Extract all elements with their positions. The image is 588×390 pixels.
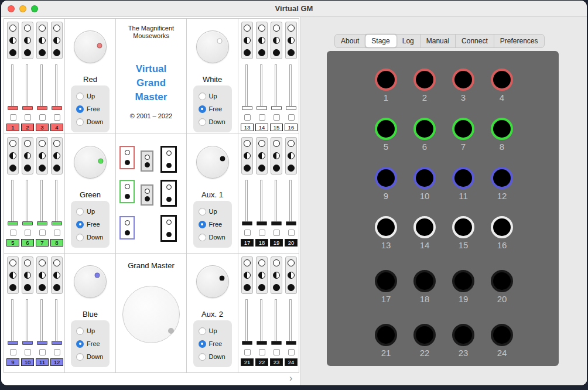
channel-switch-mid[interactable] — [288, 152, 295, 159]
channel-fader[interactable] — [7, 299, 19, 345]
channel-switch-mid[interactable] — [39, 272, 46, 279]
black-assign-switch-2[interactable] — [160, 180, 177, 207]
channel-switch-mid[interactable] — [258, 152, 265, 159]
gray-assign-switch-1[interactable] — [141, 150, 153, 172]
radio-up[interactable] — [76, 208, 84, 215]
channel-switch-up[interactable] — [244, 140, 251, 147]
red-knob[interactable] — [74, 30, 107, 63]
channel-fader[interactable] — [271, 180, 282, 225]
channel-fader[interactable] — [271, 64, 282, 110]
tab-manual[interactable]: Manual — [421, 35, 456, 47]
channel-switch-mid[interactable] — [273, 272, 280, 279]
tab-preferences[interactable]: Preferences — [494, 35, 544, 47]
fader-thumb[interactable] — [271, 221, 282, 225]
radio-option-down[interactable]: Down — [76, 115, 110, 128]
radio-option-free[interactable]: Free — [76, 218, 110, 231]
radio-option-down[interactable]: Down — [76, 231, 110, 244]
grand-master-knob[interactable] — [122, 286, 180, 343]
radio-option-up[interactable]: Up — [76, 90, 110, 102]
channel-checkbox[interactable] — [10, 114, 16, 121]
radio-up[interactable] — [76, 327, 84, 335]
channel-switch-down[interactable] — [288, 284, 295, 291]
channel-fader[interactable] — [241, 180, 253, 225]
channel-switch-mid[interactable] — [53, 272, 60, 279]
fader-thumb[interactable] — [8, 106, 18, 110]
channel-switch-down[interactable] — [39, 284, 46, 291]
channel-fader[interactable] — [51, 299, 63, 345]
radio-option-up[interactable]: Up — [76, 324, 110, 337]
fader-thumb[interactable] — [52, 106, 62, 110]
channel-switch-down[interactable] — [258, 165, 265, 172]
radio-up[interactable] — [76, 93, 84, 100]
channel-checkbox[interactable] — [54, 349, 60, 355]
channel-fader[interactable] — [285, 64, 297, 110]
channel-switch-down[interactable] — [9, 49, 16, 56]
channel-fader[interactable] — [51, 180, 63, 225]
fader-thumb[interactable] — [52, 221, 62, 225]
radio-option-down[interactable]: Down — [199, 231, 232, 244]
radio-up[interactable] — [199, 208, 206, 215]
red-assign-switch[interactable] — [119, 146, 135, 169]
channel-switch-mid[interactable] — [244, 152, 251, 159]
channel-fader[interactable] — [241, 299, 253, 345]
fader-thumb[interactable] — [257, 341, 267, 345]
fader-thumb[interactable] — [271, 106, 282, 110]
channel-switch-up[interactable] — [24, 25, 31, 32]
channel-fader[interactable] — [36, 64, 48, 110]
radio-option-down[interactable]: Down — [76, 350, 110, 363]
channel-switch-up[interactable] — [39, 25, 46, 32]
channel-switch-up[interactable] — [288, 259, 295, 266]
radio-free[interactable] — [76, 105, 84, 113]
tab-connect[interactable]: Connect — [456, 35, 494, 47]
channel-checkbox[interactable] — [288, 230, 295, 236]
radio-option-free[interactable]: Free — [199, 337, 232, 350]
radio-free[interactable] — [199, 105, 206, 113]
radio-down[interactable] — [199, 353, 206, 361]
close-button[interactable] — [8, 5, 15, 12]
tab-about[interactable]: About — [335, 35, 365, 47]
channel-fader[interactable] — [256, 299, 268, 345]
channel-switch-mid[interactable] — [39, 37, 46, 44]
fader-thumb[interactable] — [286, 341, 296, 345]
channel-switch-up[interactable] — [9, 140, 16, 147]
fader-thumb[interactable] — [286, 106, 296, 110]
channel-switch-up[interactable] — [288, 140, 295, 147]
blue-assign-switch[interactable] — [119, 216, 135, 240]
channel-switch-up[interactable] — [24, 259, 31, 266]
tab-stage[interactable]: Stage — [365, 35, 396, 47]
channel-fader[interactable] — [7, 180, 19, 225]
radio-down[interactable] — [199, 234, 206, 241]
channel-checkbox[interactable] — [39, 349, 46, 355]
channel-switch-mid[interactable] — [24, 272, 31, 279]
radio-up[interactable] — [199, 327, 206, 335]
channel-fader[interactable] — [271, 299, 282, 345]
channel-switch-mid[interactable] — [288, 272, 295, 279]
channel-switch-down[interactable] — [39, 165, 46, 172]
fader-thumb[interactable] — [37, 106, 47, 110]
channel-switch-mid[interactable] — [273, 37, 280, 44]
channel-switch-mid[interactable] — [244, 272, 251, 279]
channel-switch-mid[interactable] — [9, 152, 16, 159]
channel-switch-up[interactable] — [39, 140, 46, 147]
channel-switch-down[interactable] — [24, 49, 31, 56]
channel-switch-mid[interactable] — [53, 37, 60, 44]
channel-fader[interactable] — [7, 64, 19, 110]
channel-switch-up[interactable] — [258, 25, 265, 32]
channel-checkbox[interactable] — [25, 230, 31, 236]
channel-switch-up[interactable] — [258, 140, 265, 147]
channel-checkbox[interactable] — [10, 349, 16, 355]
channel-checkbox[interactable] — [25, 114, 31, 121]
channel-checkbox[interactable] — [25, 349, 31, 355]
channel-switch-mid[interactable] — [53, 152, 60, 159]
channel-switch-mid[interactable] — [24, 152, 31, 159]
channel-fader[interactable] — [22, 64, 33, 110]
channel-switch-down[interactable] — [9, 165, 16, 172]
black-assign-switch-1[interactable] — [160, 146, 177, 173]
radio-free[interactable] — [199, 221, 206, 228]
aux-1-knob[interactable] — [196, 146, 229, 179]
channel-switch-down[interactable] — [53, 49, 60, 56]
channel-switch-mid[interactable] — [244, 37, 251, 44]
channel-switch-up[interactable] — [9, 259, 16, 266]
radio-option-down[interactable]: Down — [199, 350, 232, 363]
channel-switch-down[interactable] — [258, 49, 265, 56]
